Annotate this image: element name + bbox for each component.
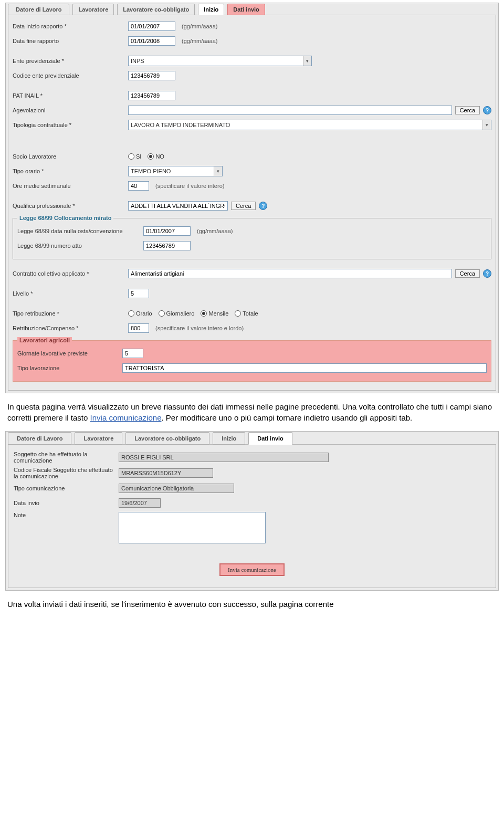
label-legge-data: Legge 68/99 data nulla osta/convenzione bbox=[17, 228, 143, 234]
label-tipo-lavorazione: Tipo lavorazione bbox=[17, 365, 122, 371]
tab-lavoratore-coobbligato[interactable]: Lavoratore co-obbligato bbox=[117, 4, 195, 15]
label-livello: Livello * bbox=[13, 290, 128, 297]
label-tipo-comunicazione: Tipo comunicazione bbox=[14, 485, 119, 491]
hint-date-format: (gg/mm/aaaa) bbox=[197, 228, 233, 234]
label-pat-inail: PAT INAIL * bbox=[13, 92, 128, 99]
ro-data-invio: 19/6/2007 bbox=[119, 498, 161, 508]
radio-retr-orario[interactable]: Orario bbox=[128, 310, 152, 317]
help-icon[interactable]: ? bbox=[483, 106, 491, 114]
input-tipo-lavorazione[interactable] bbox=[122, 363, 487, 373]
label-retribuzione: Retribuzione/Compenso * bbox=[13, 325, 128, 331]
select-ente-previdenziale[interactable]: INPS ▾ bbox=[128, 56, 312, 66]
panel-body-dati-invio: Soggetto che ha effettuato la comunicazi… bbox=[8, 444, 496, 588]
help-icon[interactable]: ? bbox=[259, 202, 267, 210]
input-agevolazioni[interactable] bbox=[128, 106, 452, 115]
tab2-inizio[interactable]: Inizio bbox=[213, 432, 245, 445]
tab2-lavoratore[interactable]: Lavoratore bbox=[75, 432, 122, 445]
panel-body-inizio: Data inizio rapporto * (gg/mm/aaaa) Data… bbox=[8, 15, 496, 391]
input-legge-data[interactable] bbox=[143, 226, 191, 236]
tabs-row-1: Datore di Lavoro Lavoratore Lavoratore c… bbox=[6, 3, 498, 15]
tab-dati-invio[interactable]: Dati invio bbox=[227, 4, 265, 15]
label-legge-numero: Legge 68/99 numero atto bbox=[17, 243, 143, 249]
label-codice-ente: Codice ente previdenziale bbox=[13, 72, 128, 79]
radio-retr-mensile[interactable]: Mensile bbox=[201, 310, 228, 317]
radio-socio-no[interactable]: NO bbox=[148, 153, 164, 160]
input-data-fine[interactable] bbox=[128, 36, 175, 46]
input-qualifica[interactable] bbox=[128, 201, 228, 211]
hint-date-format: (gg/mm/aaaa) bbox=[182, 23, 217, 29]
chevron-down-icon: ▾ bbox=[482, 120, 491, 130]
label-ccnl: Contratto collettivo applicato * bbox=[13, 270, 128, 277]
radio-retr-giornaliero[interactable]: Giornaliero bbox=[159, 310, 195, 317]
label-giornate-previste: Giornate lavorative previste bbox=[17, 350, 122, 357]
chevron-down-icon: ▾ bbox=[303, 56, 311, 66]
textarea-note[interactable] bbox=[119, 512, 266, 543]
input-giornate-previste[interactable] bbox=[122, 349, 143, 358]
label-note: Note bbox=[14, 512, 119, 518]
tab2-datore-lavoro[interactable]: Datore di Lavoro bbox=[8, 432, 71, 445]
label-ente-previdenziale: Ente previdenziale * bbox=[13, 58, 128, 64]
label-data-fine: Data fine rapporto bbox=[13, 38, 128, 44]
input-legge-numero[interactable] bbox=[143, 241, 191, 250]
radio-socio-si[interactable]: SI bbox=[128, 153, 141, 160]
hint-date-format: (gg/mm/aaaa) bbox=[182, 38, 217, 44]
label-qualifica: Qualifica professionale * bbox=[13, 203, 128, 209]
legend-lavoratori-agricoli: Lavoratori agricoli bbox=[17, 337, 72, 343]
label-soggetto: Soggetto che ha effettuato la comunicazi… bbox=[14, 451, 119, 464]
help-icon[interactable]: ? bbox=[483, 269, 491, 278]
legend-legge-68-99: Legge 68/99 Collocamento mirato bbox=[17, 215, 113, 221]
hint-retribuzione: (specificare il valore intero e lordo) bbox=[155, 325, 244, 331]
label-ore-medie: Ore medie settimanale bbox=[13, 183, 128, 189]
ro-soggetto: ROSSI E FIGLI SRL bbox=[119, 453, 329, 462]
input-livello[interactable] bbox=[128, 289, 149, 298]
fieldset-lavoratori-agricoli: Lavoratori agricoli Giornate lavorative … bbox=[13, 337, 491, 382]
link-invia-comunicazione[interactable]: Invia comunicazione bbox=[90, 413, 162, 422]
input-data-inizio[interactable] bbox=[128, 22, 175, 31]
tabs-row-2: Datore di Lavoro Lavoratore Lavoratore c… bbox=[6, 432, 498, 444]
input-codice-ente[interactable] bbox=[128, 71, 175, 80]
label-tipo-orario: Tipo orario * bbox=[13, 168, 128, 174]
cerca-button-qualifica[interactable]: Cerca bbox=[231, 202, 256, 210]
form-panel-dati-invio: Datore di Lavoro Lavoratore Lavoratore c… bbox=[5, 431, 499, 591]
input-ccnl[interactable] bbox=[128, 269, 452, 278]
fieldset-legge-68-99: Legge 68/99 Collocamento mirato Legge 68… bbox=[13, 215, 491, 259]
footer-paragraph: Una volta inviati i dati inseriti, se l'… bbox=[0, 593, 504, 615]
chevron-down-icon: ▾ bbox=[214, 166, 222, 176]
tab-lavoratore[interactable]: Lavoratore bbox=[72, 4, 114, 15]
label-data-invio: Data invio bbox=[14, 500, 119, 506]
instruction-paragraph: In questa pagina verrà visualizzato un b… bbox=[0, 396, 504, 428]
input-ore-medie[interactable] bbox=[128, 181, 149, 191]
form-panel-inizio: Datore di Lavoro Lavoratore Lavoratore c… bbox=[5, 3, 499, 393]
label-tipo-retribuzione: Tipo retribuzione * bbox=[13, 310, 128, 317]
input-retribuzione[interactable] bbox=[128, 323, 149, 333]
label-data-inizio: Data inizio rapporto * bbox=[13, 23, 128, 29]
radio-retr-totale[interactable]: Totale bbox=[235, 310, 258, 317]
cerca-button-ccnl[interactable]: Cerca bbox=[455, 269, 480, 278]
input-pat-inail[interactable] bbox=[128, 91, 175, 100]
tab2-dati-invio[interactable]: Dati invio bbox=[248, 432, 292, 445]
label-socio-lavoratore: Socio Lavoratore bbox=[13, 153, 128, 160]
label-tipologia-contrattuale: Tipologia contrattuale * bbox=[13, 122, 128, 128]
ro-cf-soggetto: MRARSS60M15D612Y bbox=[119, 468, 213, 478]
tab-datore-lavoro[interactable]: Datore di Lavoro bbox=[8, 4, 69, 15]
tab2-lavoratore-coobbligato[interactable]: Lavoratore co-obbligato bbox=[125, 432, 209, 445]
select-tipologia-contrattuale[interactable]: LAVORO A TEMPO INDETERMINATO ▾ bbox=[128, 120, 491, 130]
tab-inizio[interactable]: Inizio bbox=[198, 4, 224, 15]
cerca-button-agevolazioni[interactable]: Cerca bbox=[455, 106, 480, 114]
label-cf-soggetto: Codice Fiscale Soggetto che effettuato l… bbox=[14, 467, 119, 479]
invia-comunicazione-button[interactable]: Invia comunicazione bbox=[219, 563, 285, 576]
select-tipo-orario[interactable]: TEMPO PIENO ▾ bbox=[128, 166, 223, 176]
ro-tipo-comunicazione: Comunicazione Obbligatoria bbox=[119, 484, 234, 493]
hint-ore: (specificare il valore intero) bbox=[155, 183, 224, 189]
label-agevolazioni: Agevolazioni bbox=[13, 107, 128, 113]
